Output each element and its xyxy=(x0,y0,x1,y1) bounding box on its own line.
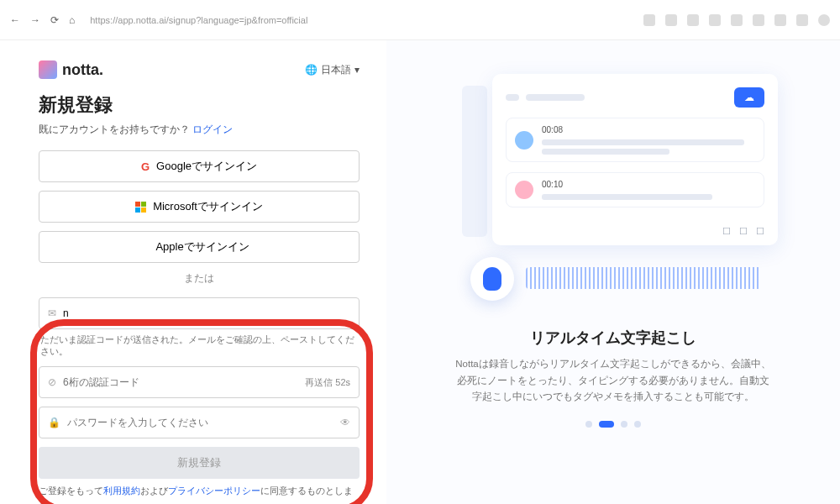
microphone-icon xyxy=(470,257,514,301)
address-bar[interactable]: https://app.notta.ai/signup?language=jp&… xyxy=(90,15,307,25)
chevron-down-icon: ▾ xyxy=(354,64,360,76)
promo-heading: リアルタイム文字起こし xyxy=(530,328,696,348)
language-selector[interactable]: 🌐 日本語 ▾ xyxy=(305,63,360,77)
bookmark-icon: ☐ xyxy=(722,226,731,237)
carousel-dot-active[interactable] xyxy=(599,421,614,428)
login-prompt: 既にアカウントをお持ちですか？ ログイン xyxy=(39,123,360,137)
avatar-icon xyxy=(515,181,533,199)
logo-icon xyxy=(39,60,57,79)
ext-icon[interactable] xyxy=(774,14,786,26)
resend-code-button[interactable]: 再送信 52s xyxy=(305,376,350,389)
timestamp: 00:10 xyxy=(542,180,755,189)
mail-icon: ✉ xyxy=(48,307,56,319)
email-field[interactable]: ✉ xyxy=(39,297,360,329)
waveform xyxy=(526,267,761,289)
profile-avatar-icon[interactable] xyxy=(818,14,830,26)
ext-icon[interactable] xyxy=(687,14,699,26)
ext-icon[interactable] xyxy=(643,14,655,26)
ext-icon[interactable] xyxy=(731,14,743,26)
password-input[interactable] xyxy=(67,417,333,428)
cloud-upload-icon: ☁ xyxy=(734,87,764,108)
tos-link[interactable]: 利用規約 xyxy=(103,486,140,496)
clip-icon: ☐ xyxy=(756,226,764,237)
microsoft-signin-button[interactable]: Microsoftでサインイン xyxy=(39,191,360,223)
avatar-icon xyxy=(515,131,533,150)
code-sent-hint: ただいま認証コードが送信された。メールをご確認の上、ペーストしてください。 xyxy=(40,334,360,358)
separator-or: または xyxy=(39,271,360,286)
login-link[interactable]: ログイン xyxy=(192,123,233,135)
extension-tray xyxy=(643,14,830,26)
carousel-dots[interactable] xyxy=(585,421,641,428)
logo: notta. xyxy=(39,60,103,79)
email-input[interactable] xyxy=(63,307,350,319)
shield-check-icon: ⊘ xyxy=(48,376,56,388)
reload-icon[interactable]: ⟳ xyxy=(50,14,59,26)
signup-submit-button[interactable]: 新規登録 xyxy=(39,447,360,479)
apple-signin-button[interactable]: Appleでサインイン xyxy=(39,231,360,263)
promo-body: Nottaは録音しながらリアルタイム文字起こしができるから、会議中、必死にノート… xyxy=(454,356,773,406)
lock-icon: 🔒 xyxy=(48,417,60,428)
logo-text: notta. xyxy=(62,61,103,79)
ext-icon[interactable] xyxy=(753,14,764,26)
transcript-message: 00:08 xyxy=(506,118,764,162)
home-icon[interactable]: ⌂ xyxy=(69,14,75,26)
ext-icon[interactable] xyxy=(709,14,721,26)
transcript-message: 00:10 xyxy=(506,172,764,207)
password-field[interactable]: 🔒 👁 xyxy=(39,407,360,438)
microsoft-icon xyxy=(135,202,146,213)
globe-icon: 🌐 xyxy=(305,64,318,76)
verification-code-field[interactable]: ⊘ 再送信 52s xyxy=(39,366,360,398)
timestamp: 00:08 xyxy=(542,125,755,134)
google-icon: G xyxy=(141,160,150,173)
back-icon[interactable]: ← xyxy=(10,14,20,26)
eye-off-icon[interactable]: 👁 xyxy=(340,417,350,428)
browser-chrome: ← → ⟳ ⌂ https://app.notta.ai/signup?lang… xyxy=(0,0,840,40)
privacy-link[interactable]: プライバシーポリシー xyxy=(168,486,260,496)
promo-illustration: ☁ 00:08 00:10 xyxy=(437,74,790,292)
terms-text: ご登録をもって利用規約およびプライバシーポリシーに同意するものとします xyxy=(39,486,360,504)
forward-icon[interactable]: → xyxy=(30,14,40,26)
google-signin-button[interactable]: G Googleでサインイン xyxy=(39,150,360,182)
carousel-dot[interactable] xyxy=(585,421,592,428)
verification-code-input[interactable] xyxy=(63,376,298,388)
page-title: 新規登録 xyxy=(39,92,360,118)
carousel-dot[interactable] xyxy=(634,421,641,428)
image-icon: ☐ xyxy=(739,226,748,237)
carousel-dot[interactable] xyxy=(621,421,627,428)
ext-icon[interactable] xyxy=(796,14,808,26)
ext-icon[interactable] xyxy=(665,14,677,26)
